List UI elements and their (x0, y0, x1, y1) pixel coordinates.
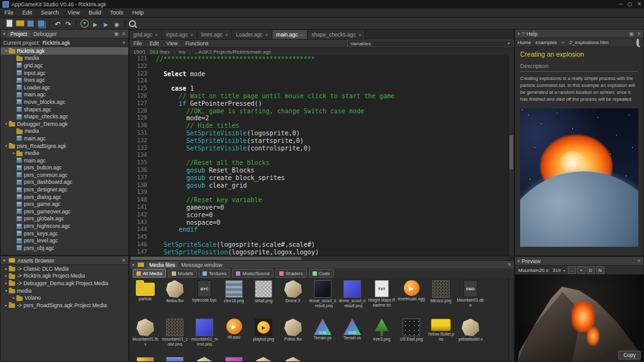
preview-button-minus[interactable]: - (568, 266, 576, 274)
current-project-select[interactable]: Ricktris.agk (43, 40, 119, 46)
media-item-mountain01-mirror-png[interactable]: mountain01_mirror.png (190, 317, 219, 355)
expander-icon[interactable]: ▸ (4, 273, 9, 278)
save-all-icon[interactable] (36, 19, 47, 28)
collapse-icon[interactable]: ▾ (3, 31, 6, 37)
editor-menu-edit[interactable]: Edit (146, 40, 163, 47)
tree-item-debugger-demo-agk[interactable]: ▾Debugger_Demo.agk (1, 120, 128, 128)
media-item-yellowbullet-x[interactable]: yellowbullet.x (456, 317, 485, 355)
dock-icon[interactable]: ▣ (114, 31, 119, 37)
asset-item-ricktris-agk-project-media[interactable]: ▸-> Ricktris.agk Project Media (1, 273, 128, 280)
tab-debugger[interactable]: Debugger (30, 31, 60, 37)
tree-item-main-agc[interactable]: main.agc (1, 91, 128, 99)
tab-project[interactable]: Project (8, 31, 30, 37)
search-icon[interactable] (128, 19, 138, 28)
menu-view[interactable]: View (64, 9, 84, 16)
tree-item-ricktris-agk[interactable]: ▾Ricktris.agk (1, 47, 128, 55)
tree-item-psrs-obj-agc[interactable]: psrs_obj.agc (1, 244, 128, 252)
editor-menu-file[interactable]: File (130, 40, 146, 47)
collapse-icon[interactable]: ▾ (132, 263, 135, 268)
help-search-icon[interactable] (636, 40, 641, 45)
tree-item-media[interactable]: ▸media (1, 149, 128, 157)
tree-item-psrs-button-agc[interactable]: psrs_button.agc (1, 164, 128, 172)
filter-textures[interactable]: Textures (199, 269, 230, 278)
tree-item-media[interactable]: media (1, 55, 128, 62)
close-tab-icon[interactable]: × (155, 32, 158, 38)
expander-icon[interactable]: ▸ (11, 295, 16, 300)
debug-icon[interactable] (101, 19, 111, 28)
media-item-particle[interactable]: particle (131, 279, 160, 317)
tree-item-input-agc[interactable]: input.agc (1, 69, 128, 77)
filter-music-sound[interactable]: Music/Sound (232, 269, 273, 278)
editor-tab-grid-agc[interactable]: grid.agc× (130, 30, 162, 39)
expander-icon[interactable]: ▾ (4, 48, 9, 54)
close-tab-icon[interactable]: × (265, 32, 268, 38)
minimize-button[interactable]: ─ (619, 1, 623, 7)
save-icon[interactable] (25, 19, 36, 28)
media-item-ambo-fbx[interactable]: Ambo.fbx (160, 279, 189, 317)
collapse-icon[interactable]: ▾ (518, 31, 520, 37)
scrollbar-thumb[interactable] (509, 135, 513, 169)
close-tab-icon[interactable]: × (301, 32, 304, 38)
help-tab-examples[interactable]: examples (535, 40, 557, 45)
tab-media-files[interactable]: Media files (147, 262, 179, 268)
close-assets-panel-icon[interactable]: ✕ (122, 257, 126, 263)
media-item-detail-png[interactable]: detail.png (249, 279, 278, 317)
help-tab-home[interactable]: Home (518, 40, 531, 45)
editor-menu-view[interactable]: View (162, 40, 181, 47)
media-item-yellow-bullet-png[interactable]: Yellow Bullet.png (426, 317, 455, 355)
media-item-clee16-png[interactable]: clee16.png (219, 279, 248, 317)
menu-search[interactable]: Search (36, 9, 64, 16)
editor-tab-lines-agc[interactable]: lines.agc× (197, 30, 232, 39)
tree-item-psrs-globals-agc[interactable]: psrs_globals.agc (1, 215, 128, 223)
close-tab-icon[interactable]: × (190, 32, 193, 38)
editor-menu-functions[interactable]: Functions (182, 40, 213, 47)
expander-icon[interactable]: ▾ (4, 144, 9, 149)
media-item-drone-scout-n-result-png[interactable]: drone_scout_n_result.png (338, 279, 367, 317)
media-item-bytecode-byc[interactable]: BYCbytecode.byc (190, 279, 219, 317)
tree-item-shapes-agc[interactable]: shapes.agc (1, 106, 128, 113)
filter-shaders[interactable]: Shaders (275, 269, 307, 278)
tree-item-loader-agc[interactable]: Loader.agc (1, 84, 128, 91)
menu-file[interactable]: File (0, 9, 18, 16)
media-item-yellowbullet-d-png[interactable]: yellowbullet_D.png (131, 356, 160, 361)
tree-item-psrs-keys-agc[interactable]: psrs_keys.agc (1, 230, 128, 237)
media-item-drone-x[interactable]: Drone.X (279, 279, 308, 317)
media-item-mountain01-dbo[interactable]: DBOMountain01.dbo (456, 279, 485, 317)
tree-item-psrs-dashboard-agc[interactable]: psrs_dashboard.agc (1, 179, 128, 186)
maximize-button[interactable]: ▢ (628, 1, 633, 7)
open-project-icon[interactable] (14, 19, 25, 28)
expander-icon[interactable]: ▾ (4, 288, 9, 293)
media-item-yellowbullet-n-png[interactable]: yellowbullet_N.png (160, 356, 189, 361)
tree-item-lines-agc[interactable]: lines.agc (1, 76, 128, 84)
media-item-drone-scout-d-result-png[interactable]: drone_scout_d_result.png (308, 279, 337, 317)
editor-tab-input-agc[interactable]: input.agc× (162, 30, 197, 39)
editor-tab-shape-checks-agc[interactable]: shape_checks.agc× (308, 30, 365, 39)
help-tab-2-explosions-htm[interactable]: 2_explosions.htm (569, 40, 608, 45)
asset-item-debugger-demo-agk-project-media[interactable]: ▸-> Debugger_Demo.agk Project Media (1, 280, 128, 287)
tree-item-psrs-designer-agc[interactable]: psrs_designer.agc (1, 186, 128, 193)
media-item-mountain01-color-png[interactable]: mountain01_color.png (160, 317, 189, 355)
asset-item-media[interactable]: ▾media (1, 287, 128, 295)
media-item-us-east-png[interactable]: US East.png (397, 317, 426, 355)
editor-tab-main-agc[interactable]: main.agc× (272, 30, 308, 39)
copy-button[interactable]: Copy (618, 351, 641, 359)
export-icon[interactable] (111, 19, 122, 28)
preview-dropdown-arrow-icon[interactable]: ▾ (564, 268, 565, 273)
close-media-panel-icon[interactable]: ✕ (508, 262, 511, 268)
tree-item-main-agc[interactable]: main.agc (1, 135, 128, 142)
preview-button-n[interactable]: N (596, 266, 604, 274)
tree-item-grid-agc[interactable]: grid.agc (1, 62, 128, 69)
close-help-panel-icon[interactable]: ✕ (637, 31, 641, 37)
media-item-police-fbx[interactable]: Police.fbx (279, 317, 308, 355)
media-item[interactable] (219, 356, 248, 361)
filter-models[interactable]: Models (168, 269, 197, 278)
close-project-panel-icon[interactable]: ✕ (122, 31, 126, 37)
media-item-terrain-vs[interactable]: GLSLTerrain.vs (338, 317, 367, 355)
tree-item-main-agc[interactable]: main.agc (1, 157, 128, 164)
media-item-lift-wav[interactable]: ▶lift.wav (219, 317, 248, 355)
media-item-levelmusic-ogg[interactable]: ▶levelmusic.ogg (397, 279, 426, 317)
variables-dropdown[interactable]: Variables ▼ (347, 40, 514, 47)
collapse-icon[interactable]: ▾ (3, 258, 6, 263)
expander-icon[interactable]: ▸ (11, 150, 16, 156)
media-item[interactable] (249, 356, 278, 361)
